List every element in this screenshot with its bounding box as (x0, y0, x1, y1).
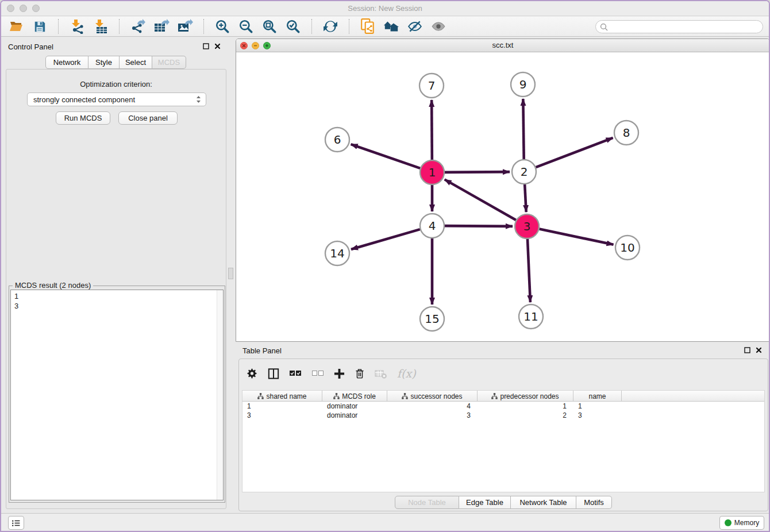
edge-2-9[interactable] (523, 99, 523, 159)
edge-1-2[interactable] (445, 172, 510, 172)
show-all-networks-icon[interactable] (383, 18, 399, 34)
control-panel-title: Control Panel (8, 43, 53, 51)
toolbar-separator (203, 19, 204, 34)
zoom-in-icon[interactable] (214, 18, 230, 34)
show-selected-icon[interactable] (430, 18, 446, 34)
edge-3-10[interactable] (540, 229, 614, 245)
maximize-window-icon[interactable] (32, 5, 40, 12)
network-close-icon[interactable] (240, 42, 248, 49)
tab-network[interactable]: Network (45, 56, 88, 69)
node-label-4: 4 (429, 219, 436, 233)
close-window-icon[interactable] (7, 5, 14, 12)
tab-mcds[interactable]: MCDS (152, 56, 186, 69)
column-header-predecessor-nodes[interactable]: predecessor nodes (478, 391, 573, 402)
sort-hierarchy-icon (402, 393, 408, 399)
table-row[interactable]: 1dominator411 (242, 402, 764, 411)
import-network-icon[interactable] (69, 18, 85, 34)
select-stepper-icon (195, 95, 202, 103)
column-header-MCDS-role[interactable]: MCDS role (322, 391, 387, 402)
add-column-icon[interactable] (334, 368, 345, 379)
close-panel-button[interactable]: Close panel (118, 111, 178, 125)
delete-column-icon[interactable] (355, 368, 365, 380)
network-minimize-icon[interactable] (252, 42, 259, 49)
edge-2-3[interactable] (525, 184, 526, 212)
window-controls[interactable] (7, 5, 40, 12)
mcds-result-group: MCDS result (2 nodes) 1 3 (9, 286, 225, 503)
node-label-8: 8 (623, 126, 630, 140)
vertical-splitter-handle[interactable] (228, 268, 233, 279)
zoom-out-icon[interactable] (238, 18, 254, 34)
edge-4-3[interactable] (445, 226, 513, 226)
network-window-titlebar[interactable]: scc.txt (236, 39, 769, 52)
export-image-icon[interactable] (177, 18, 193, 34)
mcds-result-output[interactable]: 1 3 (10, 290, 224, 500)
minimize-window-icon[interactable] (20, 5, 27, 12)
toolbar-separator (349, 19, 349, 34)
float-panel-icon[interactable] (203, 43, 209, 49)
function-builder-icon[interactable]: f(x) (397, 367, 416, 380)
save-session-icon[interactable] (32, 18, 48, 34)
show-columns-icon[interactable] (268, 368, 279, 380)
tab-motifs[interactable]: Motifs (576, 496, 612, 509)
zoom-fit-icon[interactable] (261, 18, 278, 34)
search-input[interactable] (610, 22, 763, 32)
apply-layout-icon[interactable] (322, 18, 338, 34)
window-title: Session: New Session (1, 1, 769, 16)
edge-1-7[interactable] (432, 100, 432, 160)
run-mcds-button[interactable]: Run MCDS (56, 111, 110, 125)
table-row[interactable]: 3dominator323 (242, 411, 764, 420)
table-body: 1dominator4113dominator323 (242, 402, 764, 420)
criterion-select[interactable]: strongly connected component (27, 92, 206, 106)
sort-hierarchy-icon (333, 393, 340, 399)
search-icon (600, 23, 608, 31)
optimization-criterion-label: Optimization criterion: (6, 80, 226, 88)
node-label-14: 14 (330, 246, 344, 260)
toolbar-separator (311, 19, 312, 34)
edge-3-11[interactable] (528, 239, 530, 302)
node-label-10: 10 (620, 241, 634, 255)
float-table-panel-icon[interactable] (744, 347, 750, 353)
tab-network-table[interactable]: Network Table (511, 496, 576, 509)
hide-selected-icon[interactable] (407, 18, 423, 34)
close-panel-icon[interactable] (214, 43, 221, 49)
edge-4-14[interactable] (351, 229, 420, 249)
control-panel-tabs: Network Style Select MCDS (45, 56, 186, 69)
table-toolbar: f(x) (246, 363, 416, 384)
tab-node-table[interactable]: Node Table (395, 496, 459, 509)
close-table-panel-icon[interactable] (756, 347, 762, 353)
table-panel-body: f(x) shared nameMCDS rolesuccessor nodes… (238, 358, 768, 511)
criterion-value: strongly connected component (33, 95, 195, 104)
edge-1-6[interactable] (351, 144, 421, 168)
delete-table-icon[interactable] (375, 368, 387, 379)
network-window-title: scc.txt (236, 39, 769, 52)
unselect-all-icon[interactable] (311, 368, 324, 379)
open-session-icon[interactable] (8, 18, 24, 34)
status-bar: Memory (1, 513, 769, 531)
import-table-icon[interactable] (93, 18, 109, 34)
network-maximize-icon[interactable] (263, 42, 271, 49)
result-scrollbar[interactable] (217, 290, 223, 500)
export-table-icon[interactable] (153, 18, 170, 34)
task-history-button[interactable] (8, 516, 24, 530)
control-panel: Control Panel Network Style Select MCDS … (1, 37, 231, 513)
tab-edge-table[interactable]: Edge Table (459, 496, 511, 509)
sort-hierarchy-icon (491, 393, 498, 399)
tab-style[interactable]: Style (88, 56, 120, 69)
network-view-window: scc.txt 7968124314101511 (236, 38, 770, 342)
table-panel: Table Panel (236, 342, 770, 514)
node-label-3: 3 (523, 219, 531, 233)
search-box[interactable] (595, 20, 763, 33)
memory-button[interactable]: Memory (719, 516, 764, 530)
column-header-successor-nodes[interactable]: successor nodes (387, 391, 478, 402)
select-all-icon[interactable] (289, 368, 302, 379)
copy-network-icon[interactable] (360, 18, 376, 34)
network-graph[interactable]: 7968124314101511 (236, 52, 769, 342)
column-header-name[interactable]: name (573, 391, 622, 402)
edge-2-8[interactable] (536, 138, 613, 167)
table-settings-gear-icon[interactable] (246, 368, 258, 380)
export-network-icon[interactable] (130, 18, 146, 34)
column-header-shared-name[interactable]: shared name (242, 391, 322, 402)
tab-select[interactable]: Select (120, 56, 152, 69)
zoom-selected-icon[interactable] (285, 18, 301, 34)
edge-3-1[interactable] (445, 179, 516, 220)
